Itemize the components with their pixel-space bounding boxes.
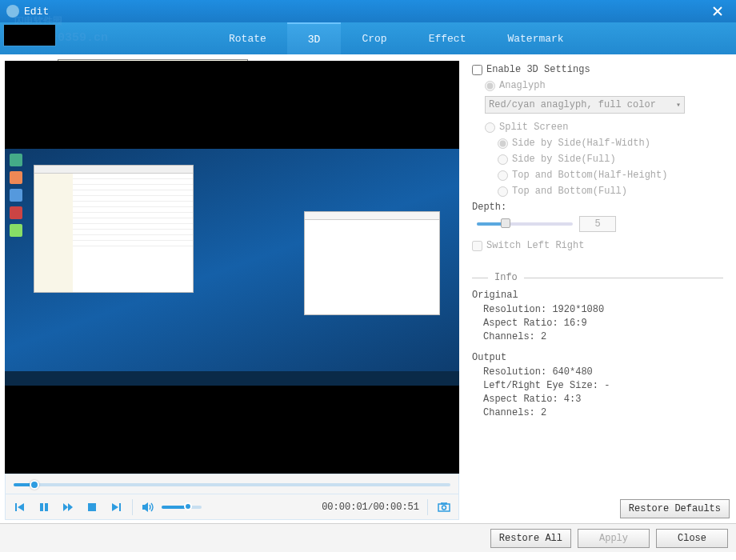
footer: Restore All Apply Close bbox=[0, 523, 736, 552]
split-sbs-half-radio[interactable]: Side by Side(Half-Width) bbox=[498, 138, 723, 149]
tab-effect[interactable]: Effect bbox=[408, 22, 487, 54]
split-sbs-full-radio[interactable]: Side by Side(Full) bbox=[498, 154, 723, 165]
svg-point-11 bbox=[442, 506, 446, 510]
seek-bar[interactable] bbox=[5, 474, 459, 494]
depth-value[interactable]: 5 bbox=[579, 216, 616, 232]
original-aspect: Aspect Ratio: 16:9 bbox=[483, 318, 723, 329]
svg-marker-4 bbox=[63, 503, 68, 511]
svg-rect-0 bbox=[15, 503, 17, 511]
switch-lr-checkbox[interactable]: Switch Left Right bbox=[472, 240, 723, 251]
apply-button[interactable]: Apply bbox=[578, 529, 650, 548]
output-resolution: Resolution: 640*480 bbox=[483, 366, 723, 378]
depth-slider[interactable] bbox=[477, 222, 573, 226]
split-screen-radio[interactable]: Split Screen bbox=[485, 122, 723, 133]
app-icon bbox=[6, 5, 19, 18]
svg-rect-6 bbox=[88, 503, 96, 511]
volume-slider[interactable] bbox=[162, 506, 202, 509]
anaglyph-select[interactable]: Red/cyan anaglyph, full color ▾ bbox=[485, 96, 685, 114]
output-aspect: Aspect Ratio: 4:3 bbox=[483, 394, 723, 405]
prev-frame-button[interactable] bbox=[12, 499, 28, 515]
player-controls: 00:00:01/00:00:51 bbox=[5, 494, 459, 520]
original-label: Original bbox=[472, 290, 723, 301]
restore-all-button[interactable]: Restore All bbox=[490, 529, 571, 548]
chevron-down-icon: ▾ bbox=[676, 100, 681, 110]
window-title: Edit bbox=[24, 6, 706, 18]
close-button[interactable]: Close bbox=[656, 529, 728, 548]
svg-marker-1 bbox=[18, 503, 24, 511]
time-display: 00:00:01/00:00:51 bbox=[322, 502, 419, 513]
settings-panel: Enable 3D Settings Anaglyph Red/cyan ana… bbox=[464, 54, 736, 523]
svg-marker-7 bbox=[112, 503, 118, 511]
svg-rect-3 bbox=[45, 503, 48, 511]
restore-defaults-button[interactable]: Restore Defaults bbox=[620, 499, 730, 518]
svg-rect-12 bbox=[442, 502, 446, 504]
output-eye-size: Left/Right Eye Size: - bbox=[483, 380, 723, 391]
enable-3d-checkbox[interactable]: Enable 3D Settings bbox=[472, 64, 723, 75]
seek-knob[interactable] bbox=[30, 480, 39, 490]
titlebar: Edit bbox=[0, 0, 736, 22]
svg-rect-2 bbox=[40, 503, 43, 511]
tab-crop[interactable]: Crop bbox=[341, 22, 407, 54]
volume-icon[interactable] bbox=[141, 499, 157, 515]
split-tb-full-radio[interactable]: Top and Bottom(Full) bbox=[498, 186, 723, 197]
output-channels: Channels: 2 bbox=[483, 407, 723, 418]
fast-forward-button[interactable] bbox=[60, 499, 76, 515]
video-preview bbox=[5, 61, 459, 474]
svg-rect-8 bbox=[119, 503, 121, 511]
pause-button[interactable] bbox=[36, 499, 52, 515]
depth-label: Depth: bbox=[472, 202, 723, 213]
anaglyph-radio[interactable]: Anaglyph bbox=[485, 80, 723, 91]
close-window-button[interactable] bbox=[706, 3, 730, 19]
tab-bar: Rotate 3D Crop Effect Watermark bbox=[0, 22, 736, 54]
clip-thumbnail[interactable] bbox=[3, 24, 56, 46]
snapshot-button[interactable] bbox=[436, 499, 452, 515]
original-channels: Channels: 2 bbox=[483, 331, 723, 342]
tab-watermark[interactable]: Watermark bbox=[486, 22, 584, 54]
output-label: Output bbox=[472, 352, 723, 363]
original-resolution: Resolution: 1920*1080 bbox=[483, 304, 723, 315]
stop-button[interactable] bbox=[84, 499, 100, 515]
svg-marker-5 bbox=[68, 503, 73, 511]
split-tb-half-radio[interactable]: Top and Bottom(Half-Height) bbox=[498, 170, 723, 181]
svg-marker-9 bbox=[142, 502, 148, 512]
info-header: Info bbox=[494, 272, 518, 283]
tab-rotate[interactable]: Rotate bbox=[208, 22, 287, 54]
next-frame-button[interactable] bbox=[108, 499, 124, 515]
tab-3d[interactable]: 3D bbox=[287, 22, 342, 54]
